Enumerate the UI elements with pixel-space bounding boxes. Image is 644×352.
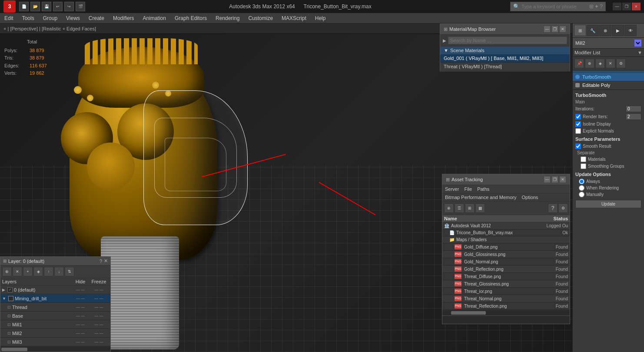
asset-toolbar-btn-1[interactable]: ⊕ — [444, 203, 454, 213]
layer-tool-7[interactable]: ⇅ — [65, 267, 74, 276]
make-unique-button[interactable]: ◈ — [595, 59, 605, 68]
when-rendering-radio[interactable] — [579, 185, 584, 191]
asset-row-threat-diffuse[interactable]: PNGThreat_Diffuse.png Found — [442, 273, 570, 280]
menu-customize[interactable]: Customize — [244, 14, 277, 23]
asset-row-gold-glossiness[interactable]: PNGGold_Glossiness.png Found — [442, 251, 570, 258]
asset-toolbar-btn-2[interactable]: ☰ — [455, 203, 464, 213]
cmd-motion-icon[interactable]: ▶ — [612, 25, 624, 36]
menu-modifiers[interactable]: Modifiers — [109, 14, 139, 23]
explicit-normals-checkbox[interactable] — [575, 128, 581, 134]
material-search-input[interactable] — [448, 37, 567, 44]
layers-help-button[interactable]: ? — [100, 259, 102, 264]
menu-tools[interactable]: Tools — [18, 14, 39, 23]
remove-modifier-button[interactable]: ✕ — [606, 59, 615, 68]
cmd-modify-icon[interactable]: 🔧 — [587, 25, 599, 36]
material-gold-001[interactable]: Gold_001 ( VRayMtl ) [ Base, Mill1, Mill… — [440, 54, 570, 63]
asset-menu-bitmap[interactable]: Bitmap Performance and Memory — [445, 195, 516, 200]
menu-help[interactable]: Help — [311, 14, 330, 23]
asset-row-gold-normal[interactable]: PNGGold_Normal.png Found — [442, 258, 570, 266]
pin-stack-button[interactable]: 📌 — [574, 59, 584, 68]
manually-radio[interactable] — [579, 192, 584, 197]
asset-scrollbar-thumb[interactable] — [451, 311, 486, 315]
search-extra2-icon[interactable]: ✦ — [594, 3, 599, 10]
asset-tracking-close[interactable]: ✕ — [559, 176, 566, 183]
asset-menu-server[interactable]: Server — [445, 186, 459, 192]
show-result-button[interactable]: ⊕ — [585, 59, 594, 68]
cmd-create-icon[interactable]: ⊞ — [574, 25, 586, 36]
asset-h-scrollbar[interactable] — [442, 310, 570, 315]
layers-close-button[interactable]: ✕ — [104, 258, 108, 264]
material-browser-maximize[interactable]: ❐ — [551, 26, 558, 33]
search-box[interactable]: 🔍 ⊞ ✦ ? — [510, 2, 606, 11]
layer-tool-5[interactable]: ↑ — [44, 267, 53, 276]
asset-toolbar-btn-4[interactable]: ▦ — [475, 203, 485, 213]
layers-scroll-thumb[interactable] — [1, 348, 27, 351]
render-iters-input[interactable] — [626, 113, 641, 120]
asset-toolbar-settings[interactable]: ⚙ — [558, 203, 568, 213]
new-button[interactable]: 📄 — [19, 2, 29, 11]
open-button[interactable]: 📂 — [30, 2, 40, 11]
layers-scrollbar[interactable] — [0, 346, 110, 352]
cmd-display-icon[interactable]: 👁 — [624, 25, 637, 36]
layer-row-default[interactable]: ▶ ✓ 0 (default) — — — — — [0, 286, 110, 294]
layer-row-thread[interactable]: ⊡ Thread — — — — — [0, 303, 110, 312]
asset-menu-paths[interactable]: Paths — [477, 186, 489, 192]
layer-tool-6[interactable]: ↓ — [54, 267, 64, 276]
modifier-turbosmooth[interactable]: TurboSmooth — [573, 73, 644, 81]
isoline-checkbox[interactable] — [575, 121, 581, 127]
layer-row-base[interactable]: ⊡ Base — — — — — [0, 312, 110, 320]
update-button[interactable]: Update — [575, 200, 641, 208]
modifier-list-dropdown-icon[interactable]: ▼ — [637, 50, 642, 55]
restore-button[interactable]: ❐ — [622, 3, 631, 10]
iterations-input[interactable] — [626, 106, 641, 112]
redo-button[interactable]: ↪ — [64, 2, 74, 11]
asset-toolbar-btn-3[interactable]: ⊞ — [465, 203, 475, 213]
smoothing-groups-checkbox[interactable] — [581, 163, 586, 169]
cmd-hierarchy-icon[interactable]: ⊗ — [599, 25, 611, 36]
layer-row-mill1[interactable]: ⊡ Mill1 — — — — — [0, 320, 110, 329]
menu-edit[interactable]: Edit — [0, 14, 18, 23]
close-button[interactable]: ✕ — [632, 3, 641, 10]
asset-row-vault[interactable]: 🏦Autodesk Vault 2012 Logged Ou — [442, 222, 570, 229]
layer-tool-2[interactable]: ✕ — [13, 267, 22, 276]
materials-checkbox[interactable] — [581, 156, 586, 162]
asset-row-maps-folder[interactable]: 📁Maps / Shaders — [442, 236, 570, 243]
layer-default-check[interactable]: ✓ — [7, 287, 13, 292]
undo-button[interactable]: ↩ — [53, 2, 63, 11]
asset-menu-file[interactable]: File — [464, 186, 472, 192]
layer-tool-1[interactable]: ⊕ — [2, 267, 12, 276]
menu-rendering[interactable]: Rendering — [211, 14, 244, 23]
search-extra-icon[interactable]: ⊞ — [589, 3, 594, 10]
asset-path-input[interactable] — [442, 315, 570, 322]
menu-group[interactable]: Group — [39, 14, 62, 23]
asset-row-gold-diffuse[interactable]: PNGGold_Diffuse.png Found — [442, 243, 570, 251]
layer-row-mill2[interactable]: ⊡ Mill2 — — — — — [0, 329, 110, 338]
render-setup-button[interactable]: 🎬 — [76, 2, 85, 11]
search-help-icon[interactable]: ? — [600, 3, 603, 10]
menu-maxscript[interactable]: MAXScript — [277, 14, 311, 23]
layer-row-mining[interactable]: ▼ Mining_drill_bit — — — — — [0, 294, 110, 303]
minimize-button[interactable]: — — [613, 3, 621, 10]
asset-toolbar-help[interactable]: ? — [548, 203, 558, 213]
asset-row-threat-reflection[interactable]: PNGThreat_Reflection.png Found — [442, 302, 570, 310]
menu-views[interactable]: Views — [62, 14, 84, 23]
save-button[interactable]: 💾 — [42, 2, 51, 11]
always-radio[interactable] — [579, 179, 584, 184]
material-browser-minimize[interactable]: — — [544, 26, 551, 33]
layer-mining-check[interactable] — [8, 296, 13, 301]
asset-menu-options[interactable]: Options — [521, 195, 538, 200]
material-browser-close[interactable]: ✕ — [559, 26, 566, 33]
asset-row-threat-glossiness[interactable]: PNGThreat_Glossiness.png Found — [442, 280, 570, 288]
scene-materials-header[interactable]: ▼ Scene Materials — [440, 46, 570, 54]
asset-tracking-minimize[interactable]: — — [544, 176, 551, 183]
render-iters-checkbox[interactable] — [575, 114, 581, 120]
object-color-picker[interactable] — [634, 40, 641, 46]
search-input[interactable] — [521, 4, 588, 9]
smooth-result-checkbox[interactable] — [575, 143, 581, 149]
asset-row-threat-normal[interactable]: PNGThreat_Normal.png Found — [442, 295, 570, 302]
asset-tracking-maximize[interactable]: ❐ — [551, 176, 558, 183]
layer-row-mill3[interactable]: ⊡ Mill3 — — — — — [0, 338, 110, 346]
configure-button[interactable]: ⚙ — [616, 59, 626, 68]
asset-row-threat-ior[interactable]: PNGThreat_ior.png Found — [442, 288, 570, 295]
layer-tool-4[interactable]: ◈ — [33, 267, 43, 276]
